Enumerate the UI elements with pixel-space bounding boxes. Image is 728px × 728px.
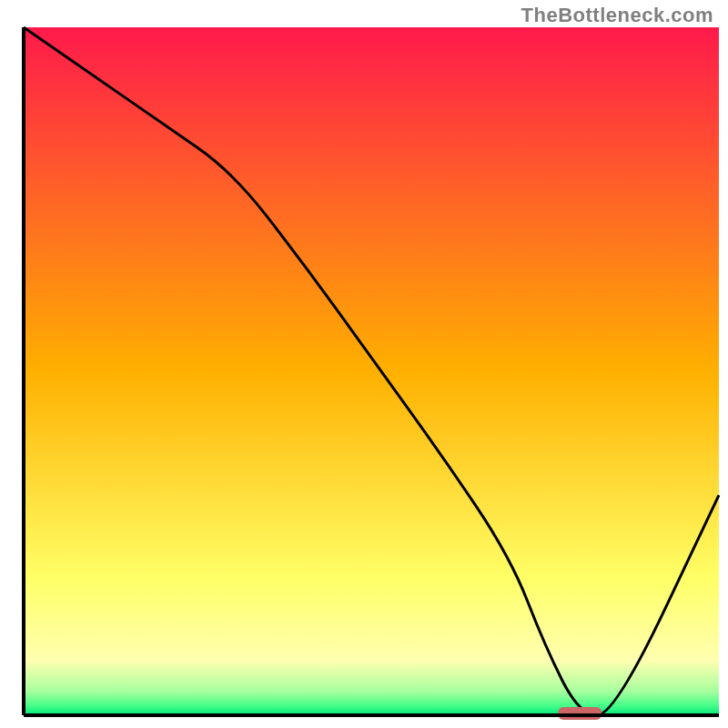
bottleneck-chart — [0, 0, 728, 728]
watermark-text: TheBottleneck.com — [521, 4, 713, 27]
plot-background — [24, 27, 719, 715]
chart-container: TheBottleneck.com — [0, 0, 728, 728]
